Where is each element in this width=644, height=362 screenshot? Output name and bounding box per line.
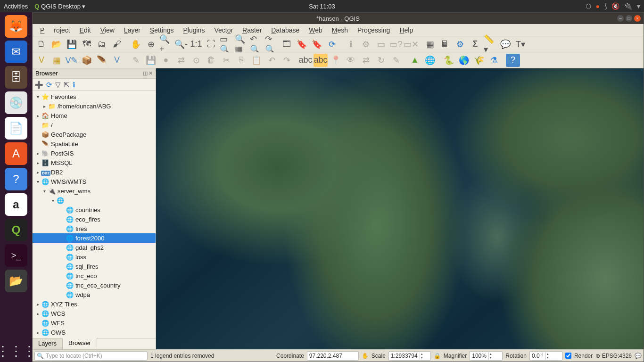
- launcher-firefox[interactable]: 🦊: [5, 15, 27, 38]
- add-raster-button[interactable]: ▦: [50, 54, 64, 67]
- zoom-last-button[interactable]: ↶🔍: [249, 38, 264, 51]
- volume-icon[interactable]: 🔇: [611, 2, 619, 10]
- zoom-native-button[interactable]: 1:1: [189, 38, 203, 51]
- launcher-software[interactable]: A: [5, 142, 27, 165]
- launcher-terminal[interactable]: >_: [5, 244, 27, 267]
- scale-lock-icon[interactable]: 🔒: [434, 353, 441, 359]
- expand-icon[interactable]: ▸: [34, 330, 41, 335]
- rotation-field[interactable]: 0.0 °▴▾: [529, 351, 562, 361]
- plugin-globe-button[interactable]: 🌎: [457, 54, 471, 67]
- deselect-button[interactable]: ▭✕: [404, 38, 418, 51]
- tree-item-server_wms[interactable]: ▾🔌server_wms: [33, 186, 156, 196]
- tab-layers[interactable]: Layers: [33, 338, 63, 349]
- menu-project[interactable]: Project: [35, 25, 75, 35]
- launcher-writer[interactable]: 📄: [5, 117, 27, 140]
- select-value-button[interactable]: ▭?: [389, 38, 403, 51]
- show-bookmarks-button[interactable]: 🔖: [310, 38, 324, 51]
- menu-mesh[interactable]: Mesh: [327, 25, 353, 35]
- tree-item-MSSQL[interactable]: ▸🗄️MSSQL: [33, 158, 156, 167]
- new-project-button[interactable]: 🗋: [34, 38, 49, 51]
- plugin-metasearch-button[interactable]: 🌐: [423, 54, 437, 67]
- tree-item-gdal_ghs2[interactable]: 🌐gdal_ghs2: [33, 243, 156, 252]
- tree-item-PostGIS[interactable]: ▸🐘PostGIS: [33, 148, 156, 158]
- save-edits-button[interactable]: 💾: [144, 54, 158, 67]
- menu-view[interactable]: View: [96, 25, 119, 35]
- annotation-button[interactable]: T▾: [513, 38, 528, 51]
- zoom-layer-button[interactable]: 🔍▦: [234, 38, 248, 51]
- pan-to-selection-button[interactable]: ⊕: [144, 38, 158, 51]
- launcher-amazon[interactable]: a: [5, 193, 27, 216]
- tree-item-XYZ Tiles[interactable]: ▸🌐XYZ Tiles: [33, 299, 156, 309]
- tree-item-DB2[interactable]: ▸DB2DB2: [33, 167, 156, 177]
- window-maximize[interactable]: □: [626, 15, 632, 22]
- field-calc-button[interactable]: 🖩: [438, 38, 452, 51]
- add-layer-icon[interactable]: ➕: [34, 81, 43, 89]
- paste-button[interactable]: 📋: [249, 54, 264, 67]
- expand-icon[interactable]: ▸: [41, 104, 48, 109]
- launcher-files[interactable]: 🗄: [5, 66, 27, 89]
- browser-tree[interactable]: ▾⭐Favorites▸📁/home/duncan/ABG▸🏠Home📁/📦Ge…: [33, 91, 156, 338]
- dropbox-icon[interactable]: ⬡: [586, 2, 591, 10]
- menu-edit[interactable]: Edit: [75, 25, 96, 35]
- tree-item-OWS[interactable]: ▸🌐OWS: [33, 328, 156, 337]
- menu-processing[interactable]: Processing: [353, 25, 395, 35]
- system-tray[interactable]: ⬡ ● ⟆ 🔇 🔌 ▾: [586, 2, 640, 10]
- launcher-help[interactable]: ?: [5, 168, 27, 190]
- expand-icon[interactable]: ▾: [34, 179, 41, 184]
- style-manager-button[interactable]: 🖌: [110, 38, 124, 51]
- save-project-button[interactable]: 💾: [65, 38, 79, 51]
- open-project-button[interactable]: 📂: [50, 38, 64, 51]
- expand-icon[interactable]: ▾: [50, 198, 56, 203]
- launcher-apps[interactable]: ⋮⋮⋮: [5, 339, 27, 362]
- launcher-thunderbird[interactable]: ✉: [5, 41, 27, 63]
- move-feature-button[interactable]: ⇄: [174, 54, 188, 67]
- layout-manager-button[interactable]: 🗂: [95, 38, 109, 51]
- expand-icon[interactable]: ▸: [34, 311, 41, 316]
- expand-icon[interactable]: ▸: [34, 170, 41, 175]
- expand-icon[interactable]: ▸: [34, 302, 41, 307]
- panel-close-icon[interactable]: ✕: [149, 70, 153, 76]
- crs-button[interactable]: ⊕ EPSG:4326: [595, 353, 632, 359]
- tab-browser[interactable]: Browser: [63, 338, 97, 349]
- identify-button[interactable]: ℹ: [344, 38, 358, 51]
- pan-button[interactable]: ✋: [129, 38, 143, 51]
- label-highlight-button[interactable]: abc: [314, 54, 328, 67]
- record-icon[interactable]: ●: [596, 2, 600, 10]
- menu-layer[interactable]: Layer: [119, 25, 145, 35]
- toggle-edit-button[interactable]: ✎: [129, 54, 143, 67]
- new-geopackage-button[interactable]: 📦: [80, 54, 94, 67]
- launcher-folder[interactable]: 📂: [5, 270, 27, 292]
- new-spatialite-button[interactable]: 🪶: [95, 54, 109, 67]
- add-feature-button[interactable]: ●: [159, 54, 173, 67]
- expand-icon[interactable]: ▸: [34, 151, 41, 156]
- filter-browser-icon[interactable]: ▽: [55, 81, 61, 89]
- select-button[interactable]: ▭: [374, 38, 388, 51]
- label-change-button[interactable]: ✎: [389, 54, 403, 67]
- delete-button[interactable]: 🗑: [204, 54, 218, 67]
- tree-item-eco_fires[interactable]: 🌐eco_fires: [33, 214, 156, 224]
- wifi-icon[interactable]: ⟆: [604, 2, 607, 10]
- tree-item-WCS[interactable]: ▸🌐WCS: [33, 309, 156, 318]
- tree-item-wdpa[interactable]: 🌐wdpa: [33, 290, 156, 299]
- extents-toggle-icon[interactable]: ✋: [362, 353, 369, 359]
- expand-icon[interactable]: ▾: [41, 189, 48, 194]
- new-map-view-button[interactable]: 🗔: [280, 38, 294, 51]
- tree-item-WMS/WMTS[interactable]: ▾🌐WMS/WMTS: [33, 177, 156, 186]
- zoom-in-button[interactable]: 🔍+: [159, 38, 173, 51]
- refresh-browser-icon[interactable]: ⟳: [46, 81, 52, 89]
- window-minimize[interactable]: –: [617, 15, 624, 22]
- zoom-full-button[interactable]: ⛶: [204, 38, 218, 51]
- refresh-button[interactable]: ⟳: [325, 38, 339, 51]
- zoom-selection-button[interactable]: ▭🔍: [219, 38, 233, 51]
- redo-button[interactable]: ↷: [280, 54, 294, 67]
- tree-item-node[interactable]: ▾🌐: [33, 196, 156, 205]
- expand-icon[interactable]: ▸: [34, 113, 41, 118]
- launcher-disk[interactable]: 💿: [5, 91, 27, 114]
- plugin-gps-button[interactable]: ▲: [408, 54, 422, 67]
- menu-web[interactable]: Web: [304, 25, 327, 35]
- tree-item-tnc_eco[interactable]: 🌐tnc_eco: [33, 271, 156, 280]
- locator-input[interactable]: 🔍 Type to locate (Ctrl+K): [34, 351, 148, 361]
- tree-item-sql_fires[interactable]: 🌐sql_fires: [33, 262, 156, 271]
- cut-button[interactable]: ✂: [219, 54, 233, 67]
- add-vector-button[interactable]: V: [34, 54, 49, 67]
